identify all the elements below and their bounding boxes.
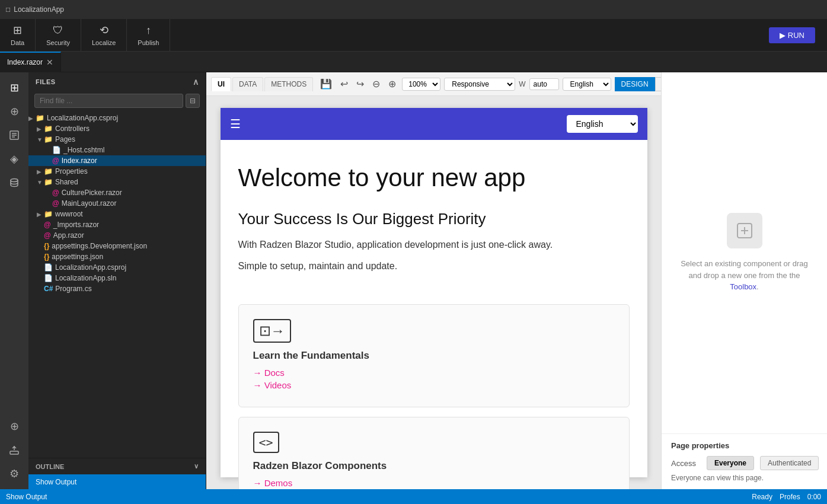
tab-ui[interactable]: UI — [211, 77, 231, 91]
split-view-btn[interactable]: SPLIT — [655, 77, 661, 91]
tree-item-imports[interactable]: @ _Imports.razor — [28, 219, 206, 230]
activity-components[interactable]: ◈ — [4, 148, 25, 170]
page-frame: ☰ English Spanish Welcome to your new ap… — [221, 108, 647, 477]
localize-toolbar-btn[interactable]: ⟲ Localize — [81, 19, 127, 52]
page-lang-dropdown[interactable]: English Spanish — [567, 115, 638, 133]
top-toolbar: ⊞ Data 🛡 Security ⟲ Localize ↑ Publish ▶… — [0, 19, 827, 52]
right-panel-placeholder: Select an existing component or drag and… — [662, 72, 827, 433]
status-right: Ready Profes 0:00 — [752, 493, 821, 501]
tab-data[interactable]: DATA — [232, 77, 263, 91]
title-bar: □ LocalizationApp — [0, 0, 827, 19]
learn-card: ⊡→ Learn the Fundamentals → Docs → Video… — [238, 304, 630, 407]
sidebar-title: FILES — [36, 78, 56, 85]
hamburger-icon[interactable]: ☰ — [230, 117, 241, 131]
security-toolbar-btn[interactable]: 🛡 Security — [36, 19, 81, 52]
everyone-btn[interactable]: Everyone — [707, 456, 754, 470]
tree-item-shared[interactable]: ▼ 📁 Shared — [28, 177, 206, 187]
file-search-row: ⊟ — [34, 94, 200, 108]
save-icon-btn[interactable]: 💾 — [318, 77, 334, 91]
w-input[interactable] — [529, 78, 559, 90]
filter-btn[interactable]: ⊟ — [186, 94, 200, 108]
design-view-btn[interactable]: DESIGN — [615, 77, 655, 91]
tree-item-culturepicker[interactable]: @ CulturePicker.razor — [28, 187, 206, 198]
zoom-select[interactable]: 100% 75% 50% 150% — [402, 78, 440, 91]
toolbar-right: ▶ RUN — [769, 27, 827, 43]
publish-toolbar-btn[interactable]: ↑ Publish — [127, 19, 170, 52]
right-panel-placeholder-text: Select an existing component or drag and… — [673, 258, 815, 293]
editor-toolbar-actions: 💾 ↩ ↪ ⊖ ⊕ 100% 75% 50% 150% Responsive M… — [318, 77, 661, 91]
activity-search[interactable]: ⊕ — [4, 101, 25, 122]
components-card-title: Radzen Blazor Components — [253, 460, 615, 472]
activity-deploy[interactable] — [4, 439, 25, 461]
docs-link[interactable]: → Docs — [253, 368, 615, 378]
card-grid: ⊡→ Learn the Fundamentals → Docs → Video… — [221, 304, 647, 489]
activity-data[interactable] — [4, 172, 25, 193]
activity-pages[interactable] — [4, 125, 25, 146]
tree-item-index-razor[interactable]: @ Index.razor — [28, 155, 206, 166]
tree-item-localizationapp-sln[interactable]: 📄 LocalizationApp.sln — [28, 273, 206, 283]
page-header: ☰ English Spanish — [221, 108, 647, 140]
zoom-in-btn[interactable]: ⊕ — [386, 77, 398, 91]
tree-item-appsettings-dev[interactable]: {} appsettings.Development.json — [28, 241, 206, 251]
status-left: Show Output — [6, 493, 47, 501]
sidebar-actions: ∧ — [193, 77, 199, 87]
tab-methods[interactable]: METHODS — [264, 77, 313, 91]
tree-item-mainlayout[interactable]: @ MainLayout.razor — [28, 198, 206, 209]
show-output-bar[interactable]: Show Output — [28, 474, 206, 489]
outline-bar: OUTLINE ∨ — [28, 458, 206, 474]
tree-item-app-razor[interactable]: @ App.razor — [28, 230, 206, 241]
page-main-title: Welcome to your new app — [238, 164, 630, 192]
tree-item-properties[interactable]: ▶ 📁 Properties — [28, 166, 206, 177]
activity-settings[interactable]: ⚙ — [4, 463, 25, 484]
editor-tabs: UI DATA METHODS — [211, 77, 313, 91]
tree-item-appsettings[interactable]: {} appsettings.json — [28, 251, 206, 262]
localize-icon: ⟲ — [100, 24, 108, 37]
status-profile: Profes — [780, 493, 800, 501]
page-properties: Page properties Access Everyone Authenti… — [662, 433, 827, 489]
show-output-label: Show Output — [36, 478, 76, 486]
learn-card-title: Learn the Fundamentals — [253, 350, 615, 362]
status-time: 0:00 — [807, 493, 821, 501]
w-label: W — [519, 80, 525, 88]
tree-item-controllers[interactable]: ▶ 📁 Controllers — [28, 123, 206, 134]
app-title: LocalizationApp — [14, 5, 64, 14]
tab-label: Index.razor — [7, 58, 43, 66]
authenticated-btn[interactable]: Authenticated — [760, 456, 819, 470]
tree-item-pages[interactable]: ▼ 📁 Pages — [28, 134, 206, 145]
status-ready: Ready — [752, 493, 772, 501]
toolbox-link[interactable]: Toolbox — [730, 282, 756, 291]
language-select[interactable]: English Spanish French — [563, 78, 611, 91]
data-toolbar-btn[interactable]: ⊞ Data — [0, 19, 36, 52]
tab-bar: Index.razor ✕ — [0, 52, 827, 72]
tab-close-icon[interactable]: ✕ — [46, 58, 53, 67]
outline-title: OUTLINE — [36, 463, 64, 470]
publish-icon: ↑ — [146, 24, 151, 37]
status-show-output[interactable]: Show Output — [6, 493, 47, 501]
components-card-icon: <> — [253, 432, 279, 453]
tab-index-razor[interactable]: Index.razor ✕ — [0, 52, 61, 72]
undo-btn[interactable]: ↩ — [338, 77, 350, 91]
tree-item-wwwroot[interactable]: ▶ 📁 wwwroot — [28, 209, 206, 219]
page-subtitle: Your Success Is Our Biggest Priority — [238, 210, 630, 228]
redo-btn[interactable]: ↪ — [354, 77, 366, 91]
videos-link[interactable]: → Videos — [253, 380, 615, 390]
zoom-out-btn[interactable]: ⊖ — [370, 77, 382, 91]
sidebar: FILES ∧ ⊟ ▶ 📁 LocalizationApp.csproj + ▶… — [28, 72, 206, 489]
tree-item-localizationapp-csproj[interactable]: ▶ 📁 LocalizationApp.csproj + — [28, 113, 206, 123]
outline-collapse-icon[interactable]: ∨ — [194, 462, 199, 470]
demos-link[interactable]: → Demos — [253, 478, 615, 488]
status-bar: Show Output Ready Profes 0:00 — [0, 489, 827, 504]
file-search-input[interactable] — [34, 94, 183, 108]
tree-item-host-cshtml[interactable]: 📄 _Host.cshtml — [28, 145, 206, 155]
tree-item-localizationapp-csproj2[interactable]: 📄 LocalizationApp.csproj — [28, 262, 206, 273]
app-icon: □ — [6, 5, 10, 14]
access-row: Access Everyone Authenticated — [671, 456, 818, 470]
activity-explorer[interactable]: ⊞ — [4, 77, 25, 98]
activity-add[interactable]: ⊕ — [4, 416, 25, 437]
svg-rect-5 — [10, 451, 18, 454]
responsive-select[interactable]: Responsive Mobile Tablet — [444, 78, 515, 91]
access-label: Access — [671, 459, 701, 468]
run-button[interactable]: ▶ RUN — [769, 27, 815, 43]
sidebar-collapse-btn[interactable]: ∧ — [193, 77, 199, 87]
tree-item-program-cs[interactable]: C# Program.cs — [28, 283, 206, 294]
